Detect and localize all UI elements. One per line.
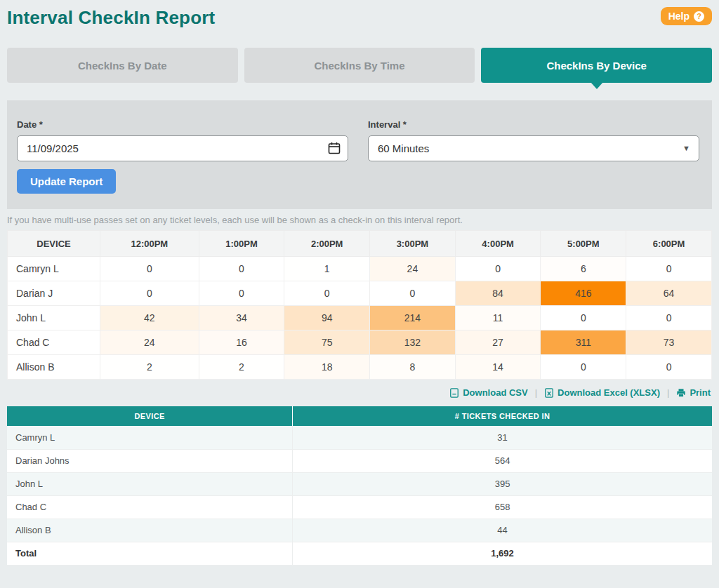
heatmap-column-header: 6:00PM <box>626 231 712 257</box>
multi-use-pass-note: If you have multi-use passes set on any … <box>7 215 712 225</box>
tickets-checked-in-cell: 395 <box>293 472 712 495</box>
interval-select[interactable]: 60 Minutes <box>368 135 699 161</box>
heatmap-column-header: 2:00PM <box>284 231 370 257</box>
checkin-count-cell: 11 <box>455 306 541 330</box>
checkin-count-cell: 0 <box>284 281 370 306</box>
download-excel-link[interactable]: Download Excel (XLSX) <box>544 387 660 398</box>
device-name-cell: Camryn L <box>8 257 100 281</box>
checkin-count-cell: 416 <box>541 281 626 306</box>
summary-row: Allison B44 <box>7 519 712 542</box>
summary-row: John L395 <box>7 472 712 495</box>
heatmap-table-body: Camryn L00124060Darian J00008441664John … <box>8 257 712 380</box>
device-name-cell: Allison B <box>7 519 293 542</box>
checkin-count-cell: 0 <box>100 281 199 306</box>
tab-label: CheckIns By Time <box>315 60 405 72</box>
heatmap-column-header: 12:00PM <box>100 231 199 257</box>
heatmap-row: Allison B221881400 <box>8 355 712 380</box>
checkin-count-cell: 0 <box>370 281 456 306</box>
checkin-count-cell: 16 <box>199 330 284 355</box>
download-csv-label: Download CSV <box>463 387 527 398</box>
heatmap-column-header: 1:00PM <box>199 231 284 257</box>
device-name-cell: Camryn L <box>7 426 293 449</box>
help-button[interactable]: Help ? <box>661 7 712 25</box>
page-header: Interval CheckIn Report Help ? <box>7 6 712 39</box>
checkin-count-cell: 0 <box>541 306 626 330</box>
heatmap-row: Camryn L00124060 <box>8 257 712 281</box>
checkin-count-cell: 0 <box>626 306 712 330</box>
interval-field-label: Interval * <box>368 119 699 130</box>
date-input[interactable] <box>17 135 348 161</box>
printer-icon <box>676 388 686 398</box>
device-name-cell: Darian J <box>8 281 100 306</box>
update-report-button[interactable]: Update Report <box>17 169 116 194</box>
checkin-count-cell: 0 <box>541 355 626 380</box>
tickets-checked-in-cell: 658 <box>293 495 712 519</box>
download-excel-label: Download Excel (XLSX) <box>558 387 660 398</box>
checkin-count-cell: 2 <box>100 355 199 380</box>
checkin-count-cell: 73 <box>626 330 712 355</box>
checkin-count-cell: 18 <box>284 355 370 380</box>
device-name-cell: Allison B <box>8 355 100 380</box>
tickets-checked-in-cell: 31 <box>293 426 712 449</box>
print-label: Print <box>690 387 711 398</box>
checkin-count-cell: 0 <box>626 355 712 380</box>
tickets-checked-in-cell: 44 <box>293 519 712 542</box>
checkin-count-cell: 0 <box>455 257 541 281</box>
device-name-cell: Darian Johns <box>7 449 293 472</box>
checkin-count-cell: 64 <box>626 281 712 306</box>
heatmap-row: Darian J00008441664 <box>8 281 712 306</box>
checkin-count-cell: 2 <box>199 355 284 380</box>
checkin-count-cell: 34 <box>199 306 284 330</box>
summary-row: Darian Johns564 <box>7 449 712 472</box>
filter-panel: Date * Interval * 60 Minutes <box>7 100 712 209</box>
heatmap-header-row: DEVICE12:00PM1:00PM2:00PM3:00PM4:00PM5:0… <box>8 231 712 257</box>
checkin-count-cell: 8 <box>370 355 456 380</box>
print-link[interactable]: Print <box>676 387 711 398</box>
checkin-count-cell: 311 <box>541 330 626 355</box>
checkin-count-cell: 0 <box>626 257 712 281</box>
summary-total-row: Total1,692 <box>7 542 712 565</box>
page-title: Interval CheckIn Report <box>7 6 712 29</box>
checkin-count-cell: 42 <box>100 306 199 330</box>
summary-row: Camryn L31 <box>7 426 712 449</box>
total-label-cell: Total <box>7 542 293 565</box>
file-csv-icon <box>449 388 459 398</box>
tab-checkins-by-time[interactable]: CheckIns By Time <box>244 48 475 83</box>
download-csv-link[interactable]: Download CSV <box>449 387 527 398</box>
checkin-count-cell: 0 <box>100 257 199 281</box>
interval-selected-value: 60 Minutes <box>378 142 429 154</box>
separator: | <box>667 387 669 398</box>
checkin-count-cell: 14 <box>455 355 541 380</box>
tab-label: CheckIns By Date <box>78 60 167 72</box>
checkin-count-cell: 84 <box>455 281 541 306</box>
checkin-count-cell: 94 <box>284 306 370 330</box>
summary-table-body: Camryn L31Darian Johns564John L395Chad C… <box>7 426 712 565</box>
checkin-count-cell: 214 <box>370 306 456 330</box>
heatmap-column-header: DEVICE <box>8 231 100 257</box>
tab-checkins-by-device[interactable]: CheckIns By Device <box>481 48 712 83</box>
heatmap-column-header: 4:00PM <box>455 231 541 257</box>
calendar-icon[interactable] <box>328 142 341 154</box>
device-name-cell: John L <box>8 306 100 330</box>
checkin-count-cell: 1 <box>284 257 370 281</box>
checkin-count-cell: 0 <box>199 281 284 306</box>
checkin-count-cell: 75 <box>284 330 370 355</box>
tickets-checked-in-cell: 564 <box>293 449 712 472</box>
total-value-cell: 1,692 <box>293 542 712 565</box>
question-circle-icon: ? <box>694 11 704 22</box>
heatmap-column-header: 5:00PM <box>541 231 626 257</box>
summary-row: Chad C658 <box>7 495 712 519</box>
summary-col-device: DEVICE <box>7 406 293 426</box>
checkin-count-cell: 24 <box>370 257 456 281</box>
interval-heatmap-table: DEVICE12:00PM1:00PM2:00PM3:00PM4:00PM5:0… <box>7 230 712 380</box>
tickets-summary-table: DEVICE # TICKETS CHECKED IN Camryn L31Da… <box>7 406 712 566</box>
separator: | <box>535 387 537 398</box>
heatmap-column-header: 3:00PM <box>370 231 456 257</box>
heatmap-row: John L4234942141100 <box>8 306 712 330</box>
device-name-cell: John L <box>7 472 293 495</box>
help-button-label: Help <box>668 11 690 22</box>
tab-checkins-by-date[interactable]: CheckIns By Date <box>7 48 238 83</box>
summary-header-row: DEVICE # TICKETS CHECKED IN <box>7 406 712 426</box>
heatmap-row: Chad C2416751322731173 <box>8 330 712 355</box>
checkin-count-cell: 6 <box>541 257 626 281</box>
